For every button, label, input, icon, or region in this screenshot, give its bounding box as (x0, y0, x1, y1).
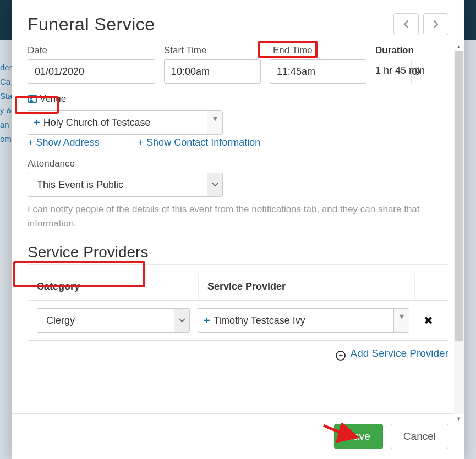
scroll-down-arrow[interactable]: ▾ (454, 414, 464, 423)
modal-header: Funeral Service (12, 0, 464, 40)
modal-body[interactable]: Date Start Time End Time (12, 40, 464, 413)
chevron-right-icon (433, 20, 439, 29)
cancel-button[interactable]: Cancel (391, 424, 448, 449)
plus-circle-icon: + (336, 351, 346, 361)
background-sidebar-fragment: der Ca Sta y & an om (0, 60, 12, 170)
end-time-input-group[interactable] (270, 59, 366, 84)
end-time-label: End Time (270, 45, 366, 56)
venue-value: Holy Church of Testcase (43, 117, 151, 129)
duration-value: 1 hr 45 min (375, 59, 448, 76)
sp-provider-value: Timothy Testcase Ivy (214, 315, 305, 327)
attendance-help-text: I can notify people of the details of th… (28, 202, 448, 230)
scrollbar-thumb[interactable] (455, 51, 463, 341)
save-button[interactable]: Save (334, 424, 383, 449)
service-providers-heading: Service Providers (28, 244, 448, 265)
date-input[interactable] (28, 60, 169, 83)
add-service-provider-link[interactable]: + Add Service Provider (28, 347, 448, 361)
scroll-up-arrow[interactable]: ▴ (454, 42, 464, 51)
venue-label: Venue (40, 93, 66, 104)
remove-provider-button[interactable]: ✖ (417, 314, 439, 327)
sp-category-value: Clergy (37, 309, 174, 332)
sp-category-header: Category (28, 273, 199, 300)
svg-point-12 (30, 97, 32, 99)
chevron-down-icon[interactable]: ▾ (393, 309, 409, 332)
venue-select[interactable]: +Holy Church of Testcase ▾ (28, 110, 223, 135)
attendance-select[interactable]: This Event is Public (28, 173, 223, 197)
duration-label: Duration (375, 45, 448, 56)
start-time-input-group[interactable] (164, 59, 261, 84)
sp-category-select[interactable]: Clergy (37, 308, 190, 333)
date-label: Date (28, 45, 155, 56)
nav-next-button[interactable] (423, 13, 448, 35)
show-contact-link[interactable]: + Show Contact Information (138, 137, 261, 148)
chevron-down-icon[interactable]: ▾ (207, 111, 222, 134)
funeral-service-modal: Funeral Service Date (12, 0, 464, 459)
plus-icon: + (34, 117, 40, 129)
scrollbar[interactable]: ▴ ▾ (454, 51, 464, 414)
service-providers-table: Category Service Provider Clergy +Timoth… (28, 273, 448, 341)
chevron-left-icon (403, 20, 409, 29)
venue-id-icon (28, 94, 37, 104)
table-row: Clergy +Timothy Testcase Ivy ▾ ✖ (28, 301, 448, 340)
sp-provider-select[interactable]: +Timothy Testcase Ivy ▾ (198, 308, 409, 333)
plus-icon: + (204, 314, 210, 327)
chevron-down-icon[interactable] (174, 309, 189, 332)
nav-prev-button[interactable] (393, 13, 419, 35)
sp-provider-header: Service Provider (199, 273, 415, 300)
show-address-link[interactable]: + Show Address (28, 137, 100, 148)
add-service-provider-label: Add Service Provider (351, 347, 448, 359)
attendance-value: This Event is Public (28, 173, 207, 196)
modal-footer: Save Cancel (12, 413, 464, 459)
chevron-down-icon[interactable] (207, 173, 222, 196)
attendance-label: Attendance (28, 158, 223, 169)
start-time-label: Start Time (164, 45, 261, 56)
modal-title: Funeral Service (28, 14, 155, 35)
date-input-group[interactable] (28, 59, 155, 84)
